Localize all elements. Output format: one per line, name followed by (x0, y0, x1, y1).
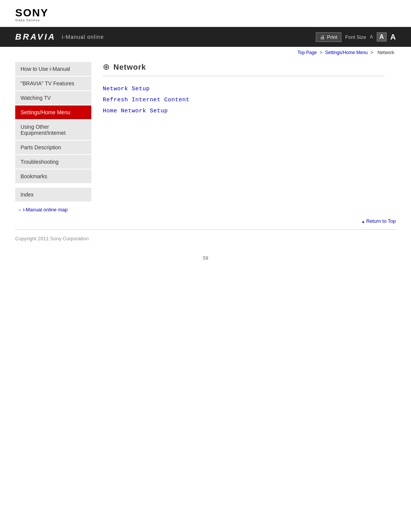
sidebar-item-watching-tv[interactable]: Watching TV (15, 91, 91, 105)
print-button[interactable]: 🖨 Print (316, 32, 341, 42)
breadcrumb-sep1: > (320, 50, 323, 55)
bravia-title: BRAVIA i-Manual online (15, 32, 104, 42)
font-size-label: Font Size (345, 34, 366, 40)
font-size-med-button[interactable]: A (377, 32, 387, 42)
sidebar-online-map-link[interactable]: i-Manual online map (15, 207, 91, 212)
sidebar-item-how-to[interactable]: How to Use i-Manual (15, 62, 91, 76)
sidebar-item-parts-desc[interactable]: Parts Description (15, 141, 91, 154)
network-icon: ⊕ (103, 62, 110, 72)
return-to-top-link[interactable]: Return to Top (362, 218, 396, 224)
content-links: Network Setup Refresh Internet Content H… (103, 84, 384, 114)
footer: Copyright 2011 Sony Corporation (0, 230, 411, 248)
sidebar-divider (15, 184, 91, 188)
manual-subtitle: i-Manual online (62, 34, 104, 40)
print-icon: 🖨 (320, 34, 325, 40)
nav-controls: 🖨 Print Font Size A A A (316, 32, 396, 42)
sidebar-item-index[interactable]: Index (15, 188, 91, 201)
sidebar-item-troubleshooting[interactable]: Troubleshooting (15, 155, 91, 169)
refresh-internet-link[interactable]: Refresh Internet Content (103, 97, 384, 103)
sony-tagline: make.believe (15, 18, 40, 22)
sony-logo-text: SONY (15, 7, 48, 19)
home-network-link[interactable]: Home Network Setup (103, 108, 384, 114)
sidebar-item-settings-home[interactable]: Settings/Home Menu (15, 105, 91, 119)
network-setup-link[interactable]: Network Setup (103, 86, 384, 92)
copyright-text: Copyright 2011 Sony Corporation (15, 236, 89, 241)
return-top-bar: Return to Top (0, 212, 411, 229)
font-size-large-button[interactable]: A (390, 33, 396, 42)
page-heading: ⊕ Network (103, 62, 384, 76)
breadcrumb-sep2: > (371, 50, 374, 55)
sidebar-item-bookmarks[interactable]: Bookmarks (15, 169, 91, 183)
page-number: 59 (0, 248, 411, 268)
content-area: ⊕ Network Network Setup Refresh Internet… (91, 58, 396, 212)
font-size-small-button[interactable]: A (370, 34, 373, 40)
page-title: Network (113, 63, 146, 72)
breadcrumb-top-page[interactable]: Top Page (298, 50, 317, 55)
main-layout: How to Use i-Manual "BRAVIA" TV Features… (0, 58, 411, 212)
breadcrumb-settings[interactable]: Settings/Home Menu (325, 50, 368, 55)
top-bar: SONY make.believe (0, 0, 411, 27)
sidebar: How to Use i-Manual "BRAVIA" TV Features… (15, 58, 91, 212)
sony-logo: SONY make.believe (15, 7, 396, 22)
breadcrumb: Top Page > Settings/Home Menu > Network (0, 47, 411, 58)
sidebar-item-using-other[interactable]: Using Other Equipment/Internet (15, 120, 91, 140)
bravia-logo-text: BRAVIA (15, 32, 56, 42)
nav-bar: BRAVIA i-Manual online 🖨 Print Font Size… (0, 27, 411, 47)
breadcrumb-current: Network (378, 50, 394, 55)
sidebar-item-bravia-features[interactable]: "BRAVIA" TV Features (15, 77, 91, 90)
